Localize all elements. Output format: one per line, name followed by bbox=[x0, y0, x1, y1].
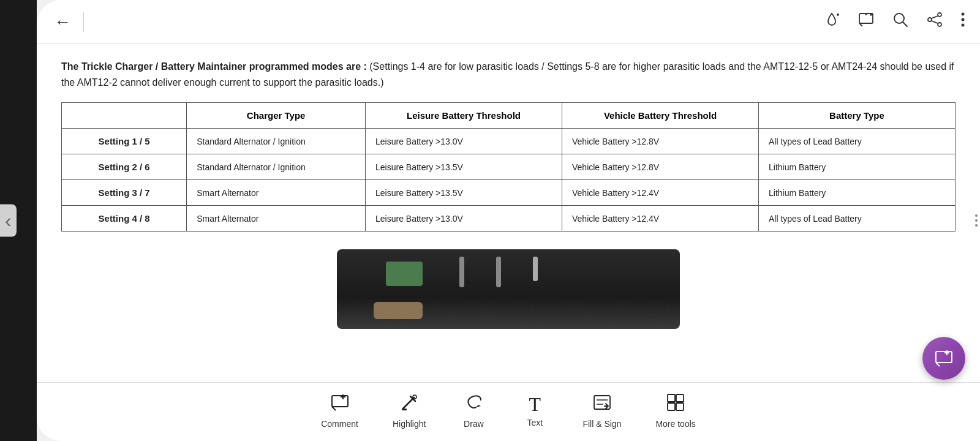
vehicle-cell: Vehicle Battery >12.8V bbox=[562, 154, 759, 180]
svg-rect-25 bbox=[402, 409, 407, 410]
col-header-battery: Battery Type bbox=[758, 103, 955, 129]
intro-bold-text: The Trickle Charger / Battery Maintainer… bbox=[61, 61, 367, 72]
device-post-right bbox=[496, 257, 501, 287]
svg-line-9 bbox=[903, 22, 907, 26]
toolbar-comment[interactable]: Comment bbox=[304, 388, 375, 434]
setting-cell: Setting 4 / 8 bbox=[62, 206, 187, 232]
app-container: ← bbox=[37, 0, 980, 441]
draw-label: Draw bbox=[464, 419, 484, 429]
share-icon[interactable] bbox=[926, 11, 943, 32]
more-tools-label: More tools bbox=[655, 419, 695, 429]
vehicle-cell: Vehicle Battery >12.4V bbox=[562, 206, 759, 232]
ink-icon[interactable] bbox=[823, 11, 840, 32]
content-area: The Trickle Charger / Battery Maintainer… bbox=[37, 44, 980, 382]
highlight-label: Highlight bbox=[393, 419, 426, 429]
more-tools-icon bbox=[666, 393, 685, 415]
leisure-cell: Leisure Battery >13.0V bbox=[366, 206, 562, 232]
col-header-leisure: Leisure Battery Threshold bbox=[366, 103, 562, 129]
svg-rect-33 bbox=[676, 403, 684, 410]
table-row: Setting 2 / 6 Standard Alternator / Igni… bbox=[62, 154, 956, 180]
fill-sign-label: Fill & Sign bbox=[582, 419, 621, 429]
toolbar-highlight[interactable]: Highlight bbox=[375, 388, 443, 434]
leisure-cell: Leisure Battery >13.5V bbox=[366, 154, 562, 180]
svg-rect-32 bbox=[668, 403, 675, 410]
fab-button[interactable] bbox=[922, 337, 965, 380]
top-bar-left: ← bbox=[51, 10, 84, 34]
svg-line-13 bbox=[932, 16, 938, 18]
leisure-cell: Leisure Battery >13.5V bbox=[366, 180, 562, 206]
svg-rect-34 bbox=[936, 352, 952, 363]
svg-rect-18 bbox=[332, 396, 348, 407]
toolbar-draw[interactable]: Draw bbox=[443, 388, 504, 434]
battery-cell: All types of Lead Battery bbox=[758, 129, 955, 154]
col-header-setting bbox=[62, 103, 187, 129]
device-photo bbox=[337, 249, 680, 329]
leisure-cell: Leisure Battery >13.0V bbox=[366, 129, 562, 154]
toolbar-text[interactable]: T Text bbox=[504, 390, 565, 432]
top-bar-right bbox=[823, 11, 965, 32]
highlight-icon bbox=[399, 393, 419, 415]
more-options-icon[interactable] bbox=[960, 11, 965, 32]
comment-icon[interactable] bbox=[858, 11, 875, 32]
battery-cell: Lithium Battery bbox=[758, 154, 955, 180]
svg-point-16 bbox=[962, 18, 965, 21]
vehicle-cell: Vehicle Battery >12.8V bbox=[562, 129, 759, 154]
col-header-charger: Charger Type bbox=[187, 103, 366, 129]
text-label: Text bbox=[527, 418, 543, 428]
comment-label: Comment bbox=[321, 419, 358, 429]
right-scrollbar bbox=[975, 214, 978, 227]
bottom-toolbar: Comment Highlight Draw bbox=[37, 382, 980, 441]
battery-cell: Lithium Battery bbox=[758, 180, 955, 206]
nav-left-arrow[interactable]: ‹ bbox=[0, 205, 17, 237]
svg-point-17 bbox=[962, 24, 965, 27]
back-button[interactable]: ← bbox=[51, 10, 78, 34]
svg-point-11 bbox=[928, 18, 932, 21]
top-bar-divider bbox=[83, 12, 84, 32]
charger-cell: Smart Alternator bbox=[187, 180, 366, 206]
battery-cell: All types of Lead Battery bbox=[758, 206, 955, 232]
toolbar-fill[interactable]: Fill & Sign bbox=[565, 388, 638, 434]
table-row: Setting 4 / 8 Smart Alternator Leisure B… bbox=[62, 206, 956, 232]
svg-line-14 bbox=[932, 21, 938, 23]
settings-table: Charger Type Leisure Battery Threshold V… bbox=[61, 102, 956, 232]
draw-icon bbox=[464, 393, 483, 415]
intro-paragraph: The Trickle Charger / Battery Maintainer… bbox=[61, 59, 956, 90]
setting-cell: Setting 3 / 7 bbox=[62, 180, 187, 206]
device-image-area bbox=[61, 246, 956, 332]
svg-point-24 bbox=[413, 395, 417, 399]
device-post-left bbox=[459, 257, 464, 287]
text-icon: T bbox=[529, 394, 541, 414]
svg-point-10 bbox=[938, 13, 941, 17]
table-header-row: Charger Type Leisure Battery Threshold V… bbox=[62, 103, 956, 129]
search-icon[interactable] bbox=[892, 11, 909, 32]
table-row: Setting 1 / 5 Standard Alternator / Igni… bbox=[62, 129, 956, 154]
fill-sign-icon bbox=[592, 393, 612, 415]
device-post-far bbox=[533, 257, 538, 281]
charger-cell: Standard Alternator / Ignition bbox=[187, 154, 366, 180]
top-bar: ← bbox=[37, 0, 980, 44]
col-header-vehicle: Vehicle Battery Threshold bbox=[562, 103, 759, 129]
svg-point-15 bbox=[962, 13, 965, 16]
charger-cell: Smart Alternator bbox=[187, 206, 366, 232]
table-row: Setting 3 / 7 Smart Alternator Leisure B… bbox=[62, 180, 956, 206]
setting-cell: Setting 1 / 5 bbox=[62, 129, 187, 154]
vehicle-cell: Vehicle Battery >12.4V bbox=[562, 180, 759, 206]
toolbar-more[interactable]: More tools bbox=[638, 388, 712, 434]
svg-rect-30 bbox=[668, 394, 675, 402]
svg-point-12 bbox=[938, 23, 941, 26]
svg-rect-31 bbox=[676, 394, 684, 402]
setting-cell: Setting 2 / 6 bbox=[62, 154, 187, 180]
charger-cell: Standard Alternator / Ignition bbox=[187, 129, 366, 154]
comment-add-icon bbox=[330, 393, 350, 415]
